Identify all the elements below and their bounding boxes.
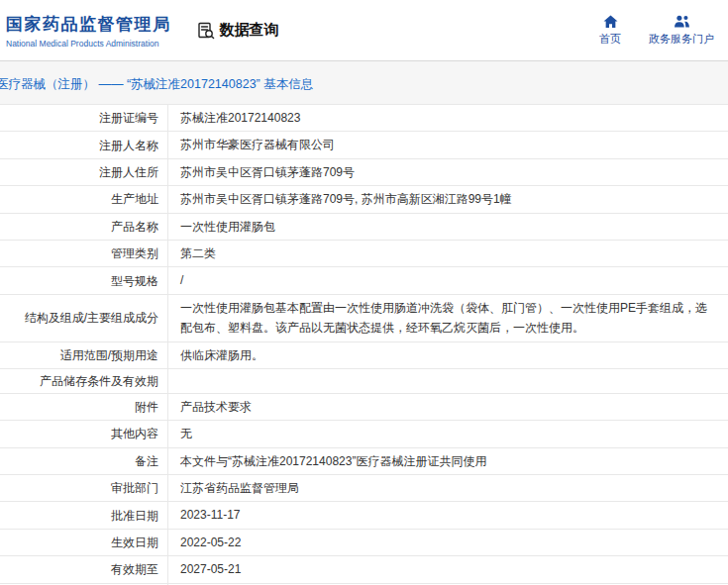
org-name-cn: 国家药品监督管理局 — [6, 13, 171, 36]
row-value: 产品技术要求 — [168, 394, 728, 420]
nav-portal[interactable]: 政务服务门户 — [649, 15, 714, 47]
data-query-label: 数据查询 — [220, 21, 279, 40]
row-value — [168, 369, 728, 393]
row-value: 苏械注准20172140823 — [168, 105, 728, 131]
row-value: 供临床灌肠用。 — [168, 342, 728, 368]
row-value: 苏州市华豪医疗器械有限公司 — [168, 132, 728, 157]
row-label: 注册证编号 — [0, 105, 168, 131]
table-row: 批准日期 2023-11-17 — [0, 502, 728, 529]
row-label: 管理类别 — [0, 241, 168, 266]
org-name-en: National Medical Products Administration — [6, 39, 171, 49]
row-value: 本文件与“苏械注准20172140823”医疗器械注册证共同使用 — [168, 448, 728, 474]
table-row: 产品名称 一次性使用灌肠包 — [0, 214, 728, 241]
row-value: 2023-11-17 — [168, 502, 728, 528]
home-icon — [603, 15, 618, 29]
table-row: 有效期至 2027-05-21 — [0, 556, 728, 583]
table-row: 适用范围/预期用途 供临床灌肠用。 — [0, 342, 728, 369]
row-value: / — [168, 267, 728, 293]
row-label: 批准日期 — [0, 502, 168, 528]
row-label: 结构及组成/主要组成成分 — [0, 295, 168, 341]
page-title: 医疗器械（注册） —— “苏械注准20172140823” 基本信息 — [0, 61, 728, 104]
row-value: 无 — [168, 421, 728, 446]
row-label: 注册人住所 — [0, 159, 168, 185]
row-value: 苏州市吴中区胥口镇茅蓬路709号, 苏州市高新区湘江路99号1幢 — [168, 186, 728, 212]
row-label: 型号规格 — [0, 267, 168, 293]
row-label: 注册人名称 — [0, 132, 168, 157]
table-row: 备注 本文件与“苏械注准20172140823”医疗器械注册证共同使用 — [0, 448, 728, 475]
table-row: 附件 产品技术要求 — [0, 394, 728, 421]
table-row: 其他内容 无 — [0, 421, 728, 447]
row-value: 一次性使用灌肠包 — [168, 214, 728, 240]
table-row: 生效日期 2022-05-22 — [0, 530, 728, 556]
row-label: 产品储存条件及有效期 — [0, 369, 168, 393]
row-label: 产品名称 — [0, 214, 168, 240]
row-label: 审批部门 — [0, 475, 168, 501]
nav-home[interactable]: 首页 — [599, 15, 621, 47]
portal-icon — [674, 15, 690, 29]
row-label: 生产地址 — [0, 186, 168, 212]
table-row: 注册人名称 苏州市华豪医疗器械有限公司 — [0, 132, 728, 158]
row-value: 2022-05-22 — [168, 530, 728, 555]
table-row: 结构及组成/主要组成成分 一次性使用灌肠包基本配置由一次性使用肠道冲洗袋（袋体、… — [0, 295, 728, 342]
row-label: 备注 — [0, 448, 168, 474]
data-query-section: 数据查询 — [197, 21, 279, 40]
table-row: 产品储存条件及有效期 — [0, 369, 728, 394]
table-row: 注册证编号 苏械注准20172140823 — [0, 105, 728, 132]
row-value: 江苏省药品监督管理局 — [168, 475, 728, 501]
registration-info-table: 注册证编号 苏械注准20172140823 注册人名称 苏州市华豪医疗器械有限公… — [0, 104, 728, 585]
row-label: 适用范围/预期用途 — [0, 342, 168, 368]
header-nav: 首页 政务服务门户 — [599, 15, 714, 47]
row-label: 有效期至 — [0, 556, 168, 582]
table-row: 审批部门 江苏省药品监督管理局 — [0, 475, 728, 502]
site-header: 国家药品监督管理局 National Medical Products Admi… — [0, 0, 728, 61]
row-label: 其他内容 — [0, 421, 168, 446]
nav-home-label: 首页 — [599, 32, 621, 47]
row-value: 2027-05-21 — [168, 556, 728, 582]
table-row: 生产地址 苏州市吴中区胥口镇茅蓬路709号, 苏州市高新区湘江路99号1幢 — [0, 186, 728, 213]
site-logo: 国家药品监督管理局 National Medical Products Admi… — [6, 13, 171, 49]
row-value: 苏州市吴中区胥口镇茅蓬路709号 — [168, 159, 728, 185]
row-label: 生效日期 — [0, 530, 168, 555]
row-value: 一次性使用灌肠包基本配置由一次性使用肠道冲洗袋（袋体、肛门管）、一次性使用PE手… — [168, 295, 728, 341]
nav-portal-label: 政务服务门户 — [649, 32, 714, 47]
table-row: 管理类别 第二类 — [0, 241, 728, 267]
table-row: 注册人住所 苏州市吴中区胥口镇茅蓬路709号 — [0, 159, 728, 186]
row-label: 附件 — [0, 394, 168, 420]
row-value: 第二类 — [168, 241, 728, 266]
data-query-icon — [197, 22, 215, 40]
table-row: 型号规格 / — [0, 267, 728, 294]
